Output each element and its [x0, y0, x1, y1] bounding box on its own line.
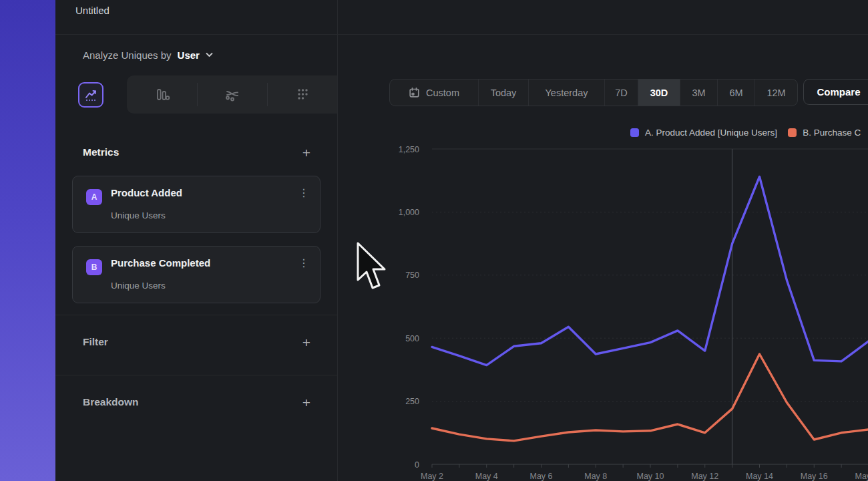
svg-text:May 6: May 6	[529, 472, 552, 481]
range-label: 12M	[767, 88, 785, 98]
add-breakdown-button[interactable]: +	[302, 395, 310, 410]
metric-name: Purchase Completed	[111, 257, 210, 269]
range-12m[interactable]: 12M	[755, 79, 797, 106]
svg-text:0: 0	[415, 460, 419, 470]
svg-text:250: 250	[405, 397, 419, 406]
grid-chart-icon	[294, 86, 311, 104]
line-chart: 02505007501,0001,250May 2May 4May 6May 8…	[379, 141, 868, 481]
metrics-title: Metrics	[83, 146, 119, 158]
chart-type-tabs	[55, 75, 337, 114]
add-filter-button[interactable]: +	[302, 335, 310, 349]
filter-title: Filter	[83, 336, 108, 348]
document-title: Untitled	[75, 5, 110, 16]
metric-badge-a: A	[86, 189, 102, 205]
date-range-selector: Custom Today Yesterday 7D 30D 3M 6M 12M	[389, 79, 798, 106]
svg-text:500: 500	[405, 334, 419, 343]
range-today[interactable]: Today	[479, 79, 529, 106]
breakdown-section-header: Breakdown +	[83, 391, 310, 414]
chart-panel: Custom Today Yesterday 7D 30D 3M 6M 12M …	[339, 34, 868, 481]
metric-badge-b: B	[86, 259, 102, 275]
analyze-by-row: Analyze Uniques by User	[55, 34, 337, 75]
left-accent-strip	[0, 0, 55, 481]
section-divider	[55, 315, 337, 315]
tab-line-chart[interactable]	[55, 75, 126, 114]
analyze-by-dropdown[interactable]: User	[178, 49, 200, 61]
legend-label: B. Purchase C	[803, 128, 861, 138]
svg-text:May 10: May 10	[637, 472, 664, 481]
metric-name: Product Added	[111, 187, 182, 198]
svg-text:May 8: May 8	[584, 472, 607, 481]
svg-text:May 4: May 4	[475, 472, 498, 481]
bar-chart-icon	[154, 86, 171, 104]
metric-options-icon[interactable]: ⋮	[298, 257, 309, 269]
metric-card-purchase-completed[interactable]: B Purchase Completed ⋮ Unique Users	[72, 246, 320, 303]
range-label: Custom	[426, 88, 459, 98]
metrics-section-header: Metrics +	[83, 141, 310, 164]
range-label: 7D	[615, 88, 628, 98]
section-divider	[55, 375, 337, 375]
range-6m[interactable]: 6M	[718, 79, 755, 106]
metric-card-product-added[interactable]: A Product Added ⋮ Unique Users	[72, 176, 320, 233]
analyze-by-label: Analyze Uniques by	[83, 49, 172, 61]
tab-grid-chart[interactable]	[267, 75, 337, 114]
range-yesterday[interactable]: Yesterday	[529, 79, 605, 106]
legend-swatch-a	[630, 128, 639, 137]
svg-text:May 12: May 12	[691, 472, 718, 481]
legend-item-b[interactable]: B. Purchase C	[788, 128, 861, 138]
chart-legend: A. Product Added [Unique Users] B. Purch…	[630, 128, 861, 138]
range-label: Yesterday	[546, 88, 588, 98]
metric-aggregation[interactable]: Unique Users	[111, 210, 166, 220]
top-bar: Untitled	[55, 0, 868, 35]
breakdown-title: Breakdown	[83, 396, 139, 408]
flow-chart-icon	[223, 87, 242, 103]
compare-button[interactable]: Compare	[803, 79, 868, 105]
chevron-down-icon[interactable]	[206, 52, 213, 57]
app-window: Untitled Analyze Uniques by User	[0, 0, 868, 481]
range-custom[interactable]: Custom	[390, 79, 479, 106]
legend-item-a[interactable]: A. Product Added [Unique Users]	[630, 128, 777, 138]
add-metric-button[interactable]: +	[302, 146, 310, 160]
metric-options-icon[interactable]: ⋮	[298, 186, 309, 199]
query-sidebar: Analyze Uniques by User	[55, 34, 337, 481]
tab-flow-chart[interactable]	[197, 75, 267, 114]
range-3m[interactable]: 3M	[680, 79, 718, 106]
legend-swatch-b	[788, 128, 797, 137]
sidebar-main-divider	[337, 0, 338, 481]
metric-aggregation[interactable]: Unique Users	[111, 281, 166, 291]
tab-bar-chart[interactable]	[127, 75, 197, 114]
range-label: 6M	[729, 88, 742, 98]
range-7d[interactable]: 7D	[605, 79, 638, 106]
svg-text:May 14: May 14	[746, 472, 773, 481]
line-chart-icon	[78, 82, 103, 108]
range-30d[interactable]: 30D	[638, 79, 680, 106]
legend-label: A. Product Added [Unique Users]	[645, 128, 777, 138]
range-label: 30D	[650, 88, 668, 98]
svg-text:May 2: May 2	[421, 472, 443, 481]
svg-text:750: 750	[405, 271, 419, 280]
calendar-icon	[409, 87, 420, 98]
svg-text:1,000: 1,000	[399, 208, 419, 217]
svg-text:May 16: May 16	[801, 472, 828, 481]
svg-text:1,250: 1,250	[399, 145, 419, 154]
filter-section-header: Filter +	[83, 331, 310, 353]
range-label: Today	[491, 88, 517, 98]
svg-text:May 18: May 18	[855, 472, 868, 481]
range-label: 3M	[692, 88, 705, 98]
